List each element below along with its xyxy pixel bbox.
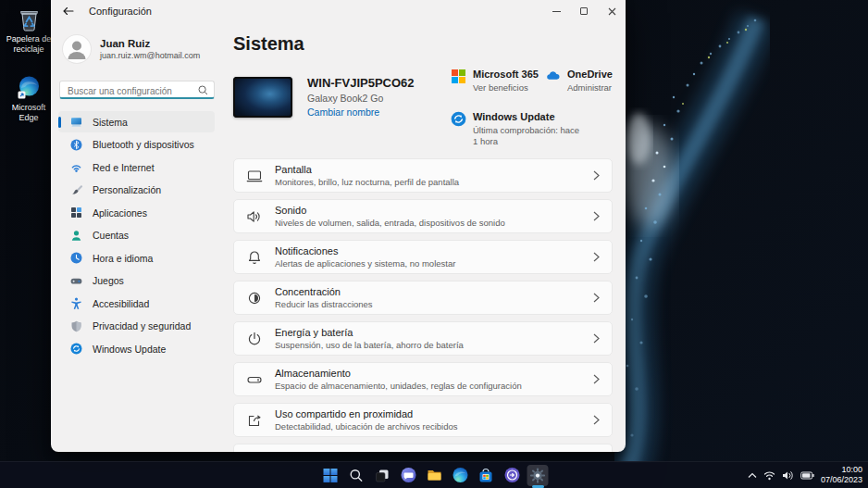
card-subtitle: Suspensión, uso de la batería, ahorro de… [275, 340, 593, 351]
sidebar-item-personalizacion[interactable]: Personalización [58, 180, 215, 201]
card-title: Concentración [275, 286, 593, 298]
desktop-icon-label: Microsoft Edge [1, 103, 56, 122]
sidebar: Juan Ruiz juan.ruiz.wm@hotmail.com Siste… [51, 22, 233, 452]
task-view-button[interactable] [372, 465, 393, 486]
sidebar-item-label: Accesibilidad [93, 298, 149, 309]
card-almacenamiento[interactable]: AlmacenamientoEspacio de almacenamiento,… [233, 362, 613, 396]
settings-window: Configuración Juan Ruiz juan.ruiz.wm@hot… [51, 0, 626, 452]
card-sonido[interactable]: SonidoNiveles de volumen, salida, entrad… [233, 199, 613, 233]
tray-volume-icon[interactable] [782, 470, 794, 481]
start-button[interactable] [320, 465, 341, 486]
chat-button[interactable] [398, 465, 419, 486]
quick-link-title: Microsoft 365 [473, 69, 539, 81]
tray-chevron-up-icon[interactable] [748, 472, 757, 479]
quick-link-title: Windows Update [473, 111, 582, 123]
chevron-right-icon [593, 415, 600, 425]
sidebar-item-juegos[interactable]: Juegos [58, 270, 215, 292]
network-wifi-icon [69, 161, 82, 174]
sidebar-item-hora-idioma[interactable]: Hora e idioma [58, 247, 215, 269]
sidebar-item-aplicaciones[interactable]: Aplicaciones [58, 202, 215, 223]
apps-icon [69, 206, 82, 219]
titlebar: Configuración [51, 0, 626, 22]
tray-battery-icon[interactable] [800, 471, 814, 480]
maximize-icon [580, 7, 588, 15]
sidebar-item-red-internet[interactable]: Red e Internet [58, 156, 215, 178]
file-explorer-icon [426, 467, 442, 483]
sidebar-item-windows-update[interactable]: Windows Update [58, 338, 215, 359]
sidebar-item-label: Aplicaciones [93, 207, 147, 219]
maximize-button[interactable] [570, 0, 598, 22]
task-view-icon [375, 468, 391, 483]
quick-link-title: OneDrive [567, 69, 613, 81]
card-concentracion[interactable]: ConcentraciónReducir las distracciones [233, 281, 613, 315]
personalization-brush-icon [69, 183, 82, 196]
tray-wifi-icon[interactable] [763, 470, 775, 481]
sidebar-item-label: Privacidad y seguridad [93, 320, 191, 332]
accounts-icon [69, 229, 82, 242]
sidebar-item-label: Red e Internet [93, 162, 155, 173]
quick-link-subtitle: Administrar [567, 82, 613, 94]
page-title: Sistema [233, 31, 613, 56]
taskbar-search-button[interactable] [346, 465, 367, 486]
desktop-icon-edge[interactable]: Microsoft Edge [1, 75, 56, 122]
display-icon [246, 168, 263, 184]
minimize-button[interactable] [542, 0, 570, 22]
sidebar-item-bluetooth[interactable]: Bluetooth y dispositivos [58, 134, 215, 156]
onedrive-icon [545, 69, 561, 84]
card-uso-compartido[interactable]: Uso compartido en proximidadDetectabilid… [233, 403, 613, 437]
chevron-right-icon [593, 252, 600, 262]
sidebar-item-label: Juegos [93, 275, 124, 286]
microsoft-store-button[interactable] [476, 465, 497, 486]
quick-link-subtitle: Última comprobación: hace 1 hora [473, 125, 582, 147]
privacy-shield-icon [69, 319, 82, 332]
taskbar-clock[interactable]: 10:00 07/06/2023 [821, 465, 862, 485]
card-notificaciones[interactable]: NotificacionesAlertas de aplicaciones y … [233, 240, 613, 274]
edge-icon [17, 75, 42, 100]
clock-app-button[interactable] [502, 465, 523, 486]
selected-indicator [58, 117, 61, 128]
windows-update-icon [69, 343, 82, 356]
sidebar-item-privacidad[interactable]: Privacidad y seguridad [58, 316, 215, 337]
desktop-icon-recycle-bin[interactable]: Papelera de reciclaje [3, 6, 55, 54]
search-icon [350, 469, 364, 482]
onedrive-quick-link[interactable]: OneDrive Administrar [545, 69, 613, 94]
file-explorer-button[interactable] [424, 465, 445, 486]
card-subtitle: Reducir las distracciones [275, 299, 593, 310]
clock-date: 07/06/2023 [821, 475, 862, 485]
wallpaper-particle-plume [590, 0, 868, 463]
rename-device-link[interactable]: Cambiar nombre [307, 106, 415, 118]
window-title: Configuración [89, 6, 152, 17]
card-subtitle: Alertas de aplicaciones y sistema, no mo… [275, 258, 593, 269]
user-email: juan.ruiz.wm@hotmail.com [100, 51, 200, 60]
windows-update-status[interactable]: Windows Update Última comprobación: hace… [451, 111, 582, 147]
edge-button[interactable] [450, 465, 471, 486]
sidebar-item-sistema[interactable]: Sistema [58, 111, 215, 132]
gaming-controller-icon [69, 274, 82, 287]
chevron-right-icon [593, 170, 600, 181]
sidebar-item-accesibilidad[interactable]: Accesibilidad [58, 293, 215, 314]
chevron-right-icon [593, 293, 600, 303]
card-pantalla[interactable]: PantallaMonitores, brillo, luz nocturna,… [233, 158, 613, 193]
device-model: Galaxy Book2 Go [307, 93, 415, 104]
notifications-bell-icon [246, 249, 263, 266]
search-icon [198, 85, 208, 95]
accessibility-icon [69, 297, 82, 310]
search-input[interactable] [60, 84, 214, 100]
settings-app-button[interactable] [527, 465, 549, 486]
time-language-icon [69, 252, 82, 265]
card-title: Uso compartido en proximidad [275, 408, 593, 420]
close-icon [608, 7, 616, 16]
microsoft365-quick-link[interactable]: Microsoft 365 Ver beneficios [451, 69, 539, 94]
sound-icon [246, 208, 263, 225]
settings-search [59, 81, 215, 99]
close-button[interactable] [598, 0, 626, 22]
card-subtitle: Niveles de volumen, salida, entrada, dis… [275, 218, 593, 229]
back-button[interactable] [56, 2, 81, 20]
card-energia[interactable]: Energía y bateríaSuspensión, uso de la b… [233, 321, 613, 356]
chevron-right-icon [593, 211, 600, 221]
chevron-right-icon [593, 333, 600, 344]
card-next-partial[interactable] [233, 444, 613, 452]
running-app-indicator [532, 485, 544, 488]
sidebar-item-cuentas[interactable]: Cuentas [58, 225, 215, 246]
account-header[interactable]: Juan Ruiz juan.ruiz.wm@hotmail.com [63, 35, 233, 63]
